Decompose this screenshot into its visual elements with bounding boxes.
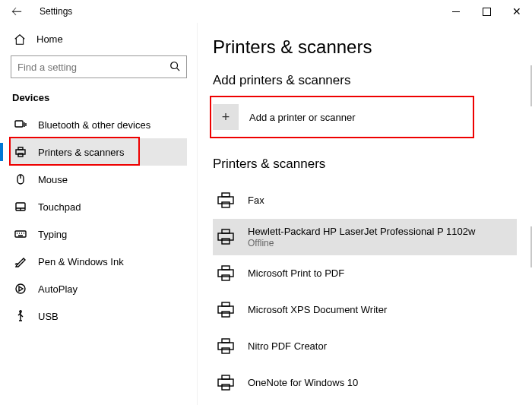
device-row[interactable]: Microsoft XPS Document Writer: [213, 292, 517, 328]
maximize-button[interactable]: [471, 0, 502, 23]
svg-rect-17: [222, 266, 230, 270]
svg-rect-23: [222, 339, 230, 343]
printer-icon: [214, 264, 237, 283]
device-row[interactable]: OneNote for Windows 10: [213, 365, 517, 401]
svg-rect-4: [18, 153, 23, 157]
device-row[interactable]: Fax: [213, 182, 517, 219]
device-name: Hewlett-Packard HP LaserJet Professional…: [248, 226, 475, 238]
svg-rect-24: [222, 348, 230, 353]
add-section-title: Add printers & scanners: [213, 73, 517, 88]
window-controls: ✕: [441, 0, 532, 23]
svg-rect-14: [222, 229, 230, 233]
sidebar-item-bluetooth[interactable]: Bluetooth & other devices: [11, 111, 187, 138]
window-title: Settings: [40, 6, 72, 17]
search-box[interactable]: [11, 55, 187, 78]
mouse-icon: [14, 173, 27, 185]
device-name: Fax: [248, 195, 264, 207]
device-row[interactable]: Nitro PDF Creator: [213, 328, 517, 365]
sidebar-item-printers[interactable]: Printers & scanners: [11, 138, 187, 166]
sidebar-item-pen[interactable]: Pen & Windows Ink: [11, 248, 187, 275]
titlebar: 🡠 Settings ✕: [0, 0, 532, 23]
sidebar-item-label: Bluetooth & other devices: [38, 119, 150, 131]
svg-rect-26: [222, 375, 230, 379]
svg-rect-1: [15, 121, 23, 127]
home-label: Home: [36, 33, 63, 45]
usb-icon: [14, 310, 27, 322]
sidebar-item-label: Printers & scanners: [38, 147, 124, 158]
device-name: Microsoft XPS Document Writer: [248, 304, 387, 316]
printer-icon: [214, 374, 237, 392]
page-title: Printers & scanners: [213, 36, 517, 58]
printer-icon: [214, 228, 237, 246]
printer-icon: [14, 146, 27, 158]
touchpad-icon: [14, 201, 27, 213]
home-link[interactable]: Home: [11, 30, 187, 55]
sidebar-section: Devices: [12, 92, 187, 103]
device-status: Offline: [248, 238, 475, 248]
minimize-button[interactable]: [441, 0, 471, 23]
sidebar: Home Devices Bluetooth & other devices P…: [0, 23, 198, 405]
list-section-title: Printers & scanners: [213, 157, 517, 172]
sidebar-item-label: Mouse: [38, 174, 68, 185]
device-row-selected[interactable]: Hewlett-Packard HP LaserJet Professional…: [213, 219, 517, 255]
sidebar-item-autoplay[interactable]: AutoPlay: [11, 275, 187, 302]
device-name: Microsoft Print to PDF: [248, 267, 344, 280]
svg-point-0: [171, 62, 178, 68]
sidebar-item-label: USB: [38, 311, 59, 322]
sidebar-item-usb[interactable]: USB: [11, 302, 187, 330]
svg-rect-20: [222, 302, 230, 306]
keyboard-icon: [14, 228, 27, 240]
sidebar-item-touchpad[interactable]: Touchpad: [11, 193, 187, 220]
sidebar-item-mouse[interactable]: Mouse: [11, 166, 187, 193]
add-printer-label: Add a printer or scanner: [249, 112, 355, 123]
device-row[interactable]: Send To OneNote 16: [213, 401, 517, 405]
printer-icon: [214, 337, 237, 356]
svg-rect-18: [222, 275, 230, 280]
plus-icon: +: [213, 104, 239, 130]
home-icon: [14, 34, 26, 45]
svg-rect-7: [15, 231, 26, 237]
add-printer-row[interactable]: + Add a printer or scanner: [213, 99, 471, 135]
svg-rect-3: [18, 147, 23, 150]
device-name: OneNote for Windows 10: [248, 377, 358, 389]
svg-rect-21: [222, 312, 230, 317]
bluetooth-icon: [14, 119, 27, 131]
svg-rect-27: [222, 384, 230, 390]
search-input[interactable]: [17, 62, 169, 73]
autoplay-icon: [14, 283, 27, 295]
printer-icon: [214, 301, 237, 319]
svg-rect-11: [222, 193, 230, 197]
content-area: Printers & scanners Add printers & scann…: [198, 23, 532, 405]
sidebar-item-typing[interactable]: Typing: [11, 220, 187, 248]
device-row[interactable]: Microsoft Print to PDF: [213, 255, 517, 292]
sidebar-item-label: Pen & Windows Ink: [38, 256, 124, 267]
sidebar-item-label: Touchpad: [38, 201, 81, 213]
sidebar-item-label: Typing: [38, 229, 67, 240]
sidebar-item-label: AutoPlay: [38, 283, 78, 295]
back-button[interactable]: 🡠: [9, 5, 24, 17]
svg-rect-12: [222, 202, 230, 207]
search-icon: [169, 61, 180, 74]
printer-icon: [214, 191, 237, 210]
svg-rect-15: [222, 239, 230, 244]
device-name: Nitro PDF Creator: [248, 340, 327, 353]
pen-icon: [14, 255, 27, 267]
close-button[interactable]: ✕: [502, 0, 532, 23]
